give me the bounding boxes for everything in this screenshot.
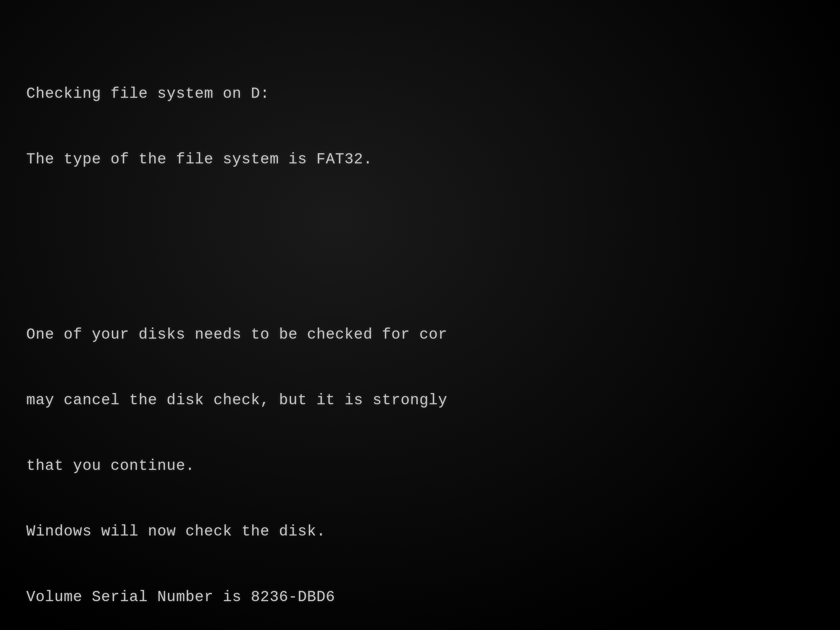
terminal-line-9: Volume Serial Number is 8236-DBD6 <box>26 586 448 608</box>
terminal-line-5: One of your disks needs to be checked fo… <box>26 324 448 346</box>
terminal-blank-line <box>26 215 448 237</box>
terminal-line-6: may cancel the disk check, but it is str… <box>26 390 448 412</box>
terminal-line-2: The type of the file system is FAT32. <box>26 148 448 171</box>
terminal-line-8: Windows will now check the disk. <box>26 521 448 543</box>
screen: Checking file system on D: The type of t… <box>0 0 840 630</box>
terminal-line-7: that you continue. <box>26 455 448 477</box>
terminal-output: Checking file system on D: The type of t… <box>26 39 448 630</box>
terminal-line-1: Checking file system on D: <box>26 83 448 105</box>
